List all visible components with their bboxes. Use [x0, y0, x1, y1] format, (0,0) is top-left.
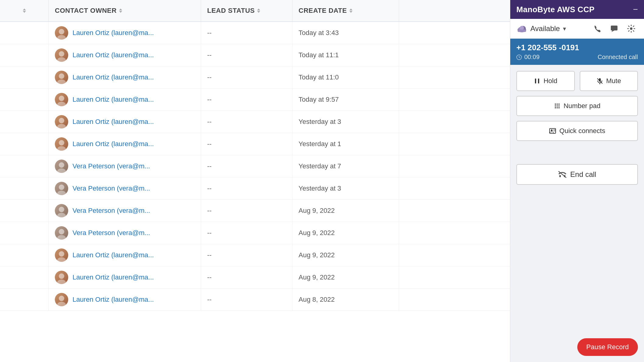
status-icons — [590, 22, 638, 35]
create-date-cell: Aug 8, 2022 — [292, 289, 399, 311]
contact-name[interactable]: Vera Peterson (vera@m... — [73, 207, 150, 215]
table-row[interactable]: Vera Peterson (vera@m...--Yesterday at 7 — [0, 155, 510, 177]
quick-connects-button[interactable]: Quick connects — [516, 121, 638, 141]
svg-point-19 — [57, 235, 66, 240]
col-header-create-date[interactable]: CREATE DATE — [292, 0, 399, 21]
chevron-down-icon[interactable]: ▾ — [563, 25, 566, 32]
contact-owner-cell[interactable]: Vera Peterson (vera@m... — [49, 200, 201, 222]
contact-owner-cell[interactable]: Vera Peterson (vera@m... — [49, 177, 201, 199]
lead-status-cell: -- — [201, 266, 292, 288]
contact-owner-cell[interactable]: Lauren Ortiz (lauren@ma... — [49, 111, 201, 133]
contact-name[interactable]: Lauren Ortiz (lauren@ma... — [73, 273, 154, 281]
table-row[interactable]: Lauren Ortiz (lauren@ma...--Today at 11:… — [0, 66, 510, 89]
contact-name[interactable]: Vera Peterson (vera@m... — [73, 229, 150, 237]
call-status: Connected call — [598, 54, 638, 61]
contact-name[interactable]: Lauren Ortiz (lauren@ma... — [73, 96, 154, 104]
row-index-cell — [0, 133, 49, 155]
chat-icon-button[interactable] — [607, 22, 621, 35]
contact-owner-cell[interactable]: Vera Peterson (vera@m... — [49, 222, 201, 244]
svg-point-23 — [57, 279, 66, 284]
end-call-button[interactable]: End call — [516, 164, 638, 185]
table-row[interactable]: Lauren Ortiz (lauren@ma...--Aug 9, 2022 — [0, 244, 510, 266]
svg-point-25 — [57, 302, 66, 306]
col-header-lead-status[interactable]: LEAD STATUS — [201, 0, 292, 21]
sort-icon-create-date — [349, 9, 352, 13]
contact-name[interactable]: Vera Peterson (vera@m... — [73, 185, 150, 192]
keypad-icon — [554, 103, 561, 109]
row-index-cell — [0, 200, 49, 222]
svg-point-2 — [59, 51, 64, 57]
contact-owner-cell[interactable]: Lauren Ortiz (lauren@ma... — [49, 66, 201, 88]
svg-point-42 — [558, 104, 560, 105]
phone-icon-button[interactable] — [590, 22, 604, 35]
create-date-cell: Yesterday at 3 — [292, 177, 399, 199]
row-index-cell — [0, 89, 49, 111]
contact-owner-cell[interactable]: Lauren Ortiz (lauren@ma... — [49, 22, 201, 44]
lead-status-cell: -- — [201, 22, 292, 44]
contact-owner-cell[interactable]: Lauren Ortiz (lauren@ma... — [49, 266, 201, 288]
svg-point-4 — [59, 73, 64, 79]
svg-point-43 — [555, 105, 556, 107]
ccp-close-button[interactable]: − — [633, 5, 638, 14]
status-label: Available — [530, 24, 560, 33]
svg-point-47 — [557, 107, 558, 108]
contact-name[interactable]: Lauren Ortiz (lauren@ma... — [73, 51, 154, 59]
col-header-contact-owner[interactable]: CONTACT OWNER — [49, 0, 201, 21]
svg-point-10 — [59, 140, 64, 146]
svg-point-8 — [59, 118, 64, 123]
number-pad-button[interactable]: Number pad — [516, 96, 638, 116]
ccp-panel: ManoByte AWS CCP − Available ▾ — [510, 0, 644, 362]
contact-owner-cell[interactable]: Vera Peterson (vera@m... — [49, 155, 201, 177]
contact-owner-cell[interactable]: Lauren Ortiz (lauren@ma... — [49, 244, 201, 266]
sort-icon-contact-owner — [119, 9, 122, 13]
table-header: CONTACT OWNER LEAD STATUS CREATE DATE — [0, 0, 510, 22]
table-row[interactable]: Lauren Ortiz (lauren@ma...--Today at 11:… — [0, 44, 510, 66]
table-row[interactable]: Lauren Ortiz (lauren@ma...--Yesterday at… — [0, 133, 510, 155]
svg-point-17 — [57, 213, 66, 217]
table-row[interactable]: Lauren Ortiz (lauren@ma...--Yesterday at… — [0, 111, 510, 133]
table-row[interactable]: Lauren Ortiz (lauren@ma...--Aug 9, 2022 — [0, 266, 510, 289]
hold-button[interactable]: Hold — [516, 71, 575, 91]
cloud-icon — [516, 23, 527, 34]
table-row[interactable]: Vera Peterson (vera@m...--Aug 9, 2022 — [0, 222, 510, 244]
svg-point-7 — [57, 102, 66, 106]
create-date-cell: Yesterday at 1 — [292, 133, 399, 155]
row-index-cell — [0, 244, 49, 266]
contact-name[interactable]: Lauren Ortiz (lauren@ma... — [73, 118, 154, 126]
contact-name[interactable]: Lauren Ortiz (lauren@ma... — [73, 73, 154, 81]
pause-icon — [534, 78, 540, 84]
sort-icon-lead-status — [257, 9, 260, 13]
svg-point-18 — [59, 229, 64, 234]
lead-status-cell: -- — [201, 244, 292, 266]
table-row[interactable]: Vera Peterson (vera@m...--Yesterday at 3 — [0, 177, 510, 200]
contact-owner-cell[interactable]: Lauren Ortiz (lauren@ma... — [49, 44, 201, 66]
row-index-cell — [0, 289, 49, 311]
svg-point-46 — [555, 107, 556, 108]
table-row[interactable]: Lauren Ortiz (lauren@ma...--Aug 8, 2022 — [0, 289, 510, 311]
svg-point-11 — [57, 146, 66, 151]
contact-name[interactable]: Lauren Ortiz (lauren@ma... — [73, 140, 154, 148]
settings-icon-button[interactable] — [625, 22, 638, 35]
table-row[interactable]: Lauren Ortiz (lauren@ma...--Today at 9:5… — [0, 89, 510, 111]
avatar — [55, 71, 68, 84]
contact-name[interactable]: Lauren Ortiz (lauren@ma... — [73, 251, 154, 259]
row-index-cell — [0, 155, 49, 177]
ccp-title: ManoByte AWS CCP — [516, 5, 595, 14]
pause-record-button[interactable]: Pause Record — [577, 338, 638, 356]
contact-owner-cell[interactable]: Lauren Ortiz (lauren@ma... — [49, 89, 201, 111]
contact-owner-cell[interactable]: Lauren Ortiz (lauren@ma... — [49, 133, 201, 155]
table-row[interactable]: Vera Peterson (vera@m...--Aug 9, 2022 — [0, 200, 510, 222]
contact-name[interactable]: Lauren Ortiz (lauren@ma... — [73, 296, 154, 304]
contact-name[interactable]: Lauren Ortiz (lauren@ma... — [73, 29, 154, 37]
lead-status-cell: -- — [201, 133, 292, 155]
lead-status-cell: -- — [201, 66, 292, 88]
contact-name[interactable]: Vera Peterson (vera@m... — [73, 162, 150, 170]
svg-point-12 — [59, 162, 64, 168]
svg-rect-30 — [518, 30, 526, 32]
svg-point-50 — [551, 129, 553, 131]
contact-owner-cell[interactable]: Lauren Ortiz (lauren@ma... — [49, 289, 201, 311]
table-row[interactable]: Lauren Ortiz (lauren@ma...--Today at 3:4… — [0, 22, 510, 44]
mute-button[interactable]: Mute — [580, 71, 638, 91]
svg-rect-35 — [535, 79, 536, 83]
avatar — [55, 248, 68, 262]
